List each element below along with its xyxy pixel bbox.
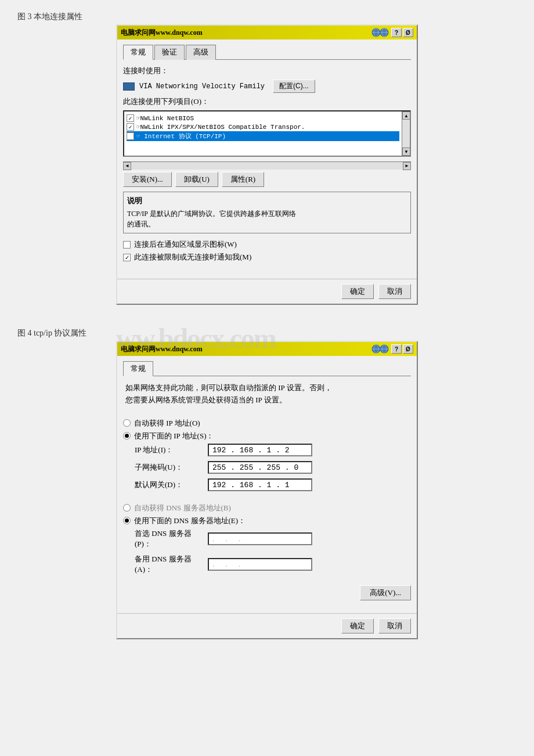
cancel-button-1[interactable]: 取消	[378, 284, 411, 299]
protocol-listbox: ✓ ☞NWLink NetBIOS ✓ ☞NWLink IPX/SPX/NetB…	[123, 110, 411, 157]
dialog2-title: 电脑求问网www.dnqw.com	[121, 344, 203, 354]
preferred-dns-row: 首选 DNS 服务器(P)： . . .	[123, 528, 411, 549]
dialog1-footer: 确定 取消	[117, 279, 417, 304]
help-button-2[interactable]: ?	[391, 344, 402, 354]
alternate-dns-label: 备用 DNS 服务器(A)：	[123, 554, 204, 575]
gateway-label: 默认网关(D)：	[123, 480, 204, 490]
items-label: 此连接使用下列项目(O)：	[123, 96, 411, 107]
network-icon-2	[371, 344, 390, 354]
list-item-3-text: ☞ Internet 协议 (TCP/IP)	[136, 132, 226, 141]
description-text: TCP/IP 是默认的广域网协议。它提供跨越多种互联网络的通讯。	[127, 208, 407, 229]
titlebar2-buttons: ? Ø	[371, 344, 413, 354]
nic-name: VIA Networking Velocity Family	[139, 82, 265, 91]
checkbox2-label: 此连接被限制或无连接时通知我(M)	[134, 252, 251, 262]
auto-ip-label: 自动获得 IP 地址(O)	[134, 418, 200, 429]
list-item-2: ✓ ☞NWLink IPX/SPX/NetBIOS Compatible Tra…	[127, 123, 399, 131]
figure2-wrapper: 图 4 tcp/ip 协议属性 ww.bdocx.com 电脑求问网www.dn…	[12, 328, 522, 639]
tabs1: 常规 验证 高级	[123, 44, 411, 60]
checkbox1-row: 连接后在通知区域显示图标(W)	[123, 239, 411, 250]
preferred-dns-label: 首选 DNS 服务器(P)：	[123, 528, 204, 549]
hscroll-left[interactable]: ◄	[123, 162, 131, 170]
install-button[interactable]: 安装(N)...	[123, 172, 172, 187]
subnet-input[interactable]: 255 . 255 . 255 . 0	[208, 461, 312, 474]
nic-icon	[123, 82, 135, 91]
ip-field-row: IP 地址(I)： 192 . 168 . 1 . 2	[123, 444, 411, 456]
help-button[interactable]: ?	[391, 28, 402, 37]
auto-ip-radio[interactable]	[123, 419, 131, 427]
gateway-field-row: 默认网关(D)： 192 . 168 . 1 . 1	[123, 478, 411, 491]
close-button-2[interactable]: Ø	[403, 344, 413, 354]
checkbox2-row: ✓ 此连接被限制或无连接时通知我(M)	[123, 252, 411, 262]
dialog1: 电脑求问网www.dnqw.com ? Ø 常规 验证	[116, 24, 418, 305]
list-item-1: ✓ ☞NWLink NetBIOS	[127, 114, 399, 123]
alternate-dns-row: 备用 DNS 服务器(A)： . . .	[123, 554, 411, 575]
description-box: 说明 TCP/IP 是默认的广域网协议。它提供跨越多种互联网络的通讯。	[123, 192, 411, 233]
alternate-dns-input[interactable]: . . .	[208, 558, 312, 571]
properties-button[interactable]: 属性(R)	[222, 172, 264, 187]
scroll-up-btn[interactable]: ▲	[402, 111, 410, 120]
radio-inner-dns	[125, 519, 129, 523]
figure1-label: 图 3 本地连接属性	[12, 12, 522, 22]
list-item-2-text: ☞NWLink IPX/SPX/NetBIOS Compatible Trans…	[136, 123, 305, 131]
preferred-dns-input[interactable]: . . .	[208, 532, 312, 545]
ip-label: IP 地址(I)：	[123, 445, 204, 455]
dialog2: 电脑求问网www.dnqw.com ? Ø 常规	[116, 341, 418, 639]
action-buttons: 安装(N)... 卸载(U) 属性(R)	[123, 172, 411, 187]
scroll-down-btn[interactable]: ▼	[402, 147, 410, 156]
auto-dns-label: 自动获得 DNS 服务器地址(B)	[134, 503, 231, 513]
cancel-button-2[interactable]: 取消	[378, 618, 411, 633]
advanced-row: 高级(V)...	[123, 585, 411, 600]
ip-input[interactable]: 192 . 168 . 1 . 2	[208, 444, 312, 456]
check1[interactable]: ✓	[127, 114, 134, 122]
checkbox1[interactable]	[123, 241, 131, 249]
manual-ip-radio[interactable]	[123, 432, 131, 440]
tab-advanced[interactable]: 高级	[186, 45, 216, 60]
manual-dns-label: 使用下面的 DNS 服务器地址(E)：	[134, 516, 246, 526]
ok-button-2[interactable]: 确定	[341, 618, 374, 633]
list-item-1-text: ☞NWLink NetBIOS	[136, 114, 194, 122]
connect-when-label: 连接时使用：	[123, 66, 411, 76]
figure2-label: 图 4 tcp/ip 协议属性 ww.bdocx.com	[12, 328, 522, 339]
list-item-3: ✓ ☞ Internet 协议 (TCP/IP)	[127, 131, 399, 141]
nic-row: VIA Networking Velocity Family 配置(C)...	[123, 80, 411, 93]
preferred-dns-dots: . . .	[212, 534, 245, 543]
auto-dns-radio[interactable]	[123, 504, 131, 512]
uninstall-button[interactable]: 卸载(U)	[175, 172, 218, 187]
description-title: 说明	[127, 196, 407, 206]
manual-ip-row: 使用下面的 IP 地址(S)：	[123, 431, 411, 441]
ok-button-1[interactable]: 确定	[341, 284, 374, 299]
advanced-button[interactable]: 高级(V)...	[360, 585, 411, 600]
hscrollbar: ◄ ►	[123, 161, 411, 170]
tab-auth[interactable]: 验证	[154, 45, 185, 60]
check3[interactable]: ✓	[127, 132, 134, 140]
dialog2-titlebar: 电脑求问网www.dnqw.com ? Ø	[117, 342, 417, 356]
radio-inner	[125, 434, 129, 438]
subnet-label: 子网掩码(U)：	[123, 462, 204, 473]
tabs2: 常规	[123, 361, 411, 376]
dialog2-content: 常规 如果网络支持此功能，则可以获取自动指派的 IP 设置。否则， 您需要从网络…	[117, 356, 417, 613]
listbox-scrollbar: ▲ ▼	[402, 111, 410, 156]
manual-dns-radio[interactable]	[123, 517, 131, 524]
hscroll-right[interactable]: ►	[403, 162, 411, 170]
manual-ip-label: 使用下面的 IP 地址(S)：	[134, 431, 214, 441]
auto-dns-row: 自动获得 DNS 服务器地址(B)	[123, 503, 411, 513]
network-icon	[371, 27, 390, 38]
tab-general[interactable]: 常规	[123, 45, 153, 60]
close-button[interactable]: Ø	[403, 28, 413, 37]
gateway-input[interactable]: 192 . 168 . 1 . 1	[208, 478, 312, 491]
subnet-field-row: 子网掩码(U)： 255 . 255 . 255 . 0	[123, 461, 411, 474]
info-text: 如果网络支持此功能，则可以获取自动指派的 IP 设置。否则， 您需要从网络系统管…	[123, 382, 411, 406]
manual-dns-row: 使用下面的 DNS 服务器地址(E)：	[123, 516, 411, 526]
config-button[interactable]: 配置(C)...	[273, 80, 315, 93]
tab-general-2[interactable]: 常规	[123, 361, 153, 376]
checkbox1-label: 连接后在通知区域显示图标(W)	[134, 239, 237, 250]
figure1-wrapper: 图 3 本地连接属性 电脑求问网www.dnqw.com ? Ø	[12, 12, 522, 305]
checkbox2[interactable]: ✓	[123, 254, 131, 261]
auto-ip-row: 自动获得 IP 地址(O)	[123, 418, 411, 429]
alternate-dns-dots: . . .	[212, 560, 245, 569]
dialog1-title: 电脑求问网www.dnqw.com	[121, 28, 203, 38]
check2[interactable]: ✓	[127, 123, 134, 131]
figure2-label-text: 图 4 tcp/ip 协议属性	[17, 329, 86, 337]
titlebar-buttons: ? Ø	[371, 27, 413, 38]
dialog1-titlebar: 电脑求问网www.dnqw.com ? Ø	[117, 26, 417, 39]
